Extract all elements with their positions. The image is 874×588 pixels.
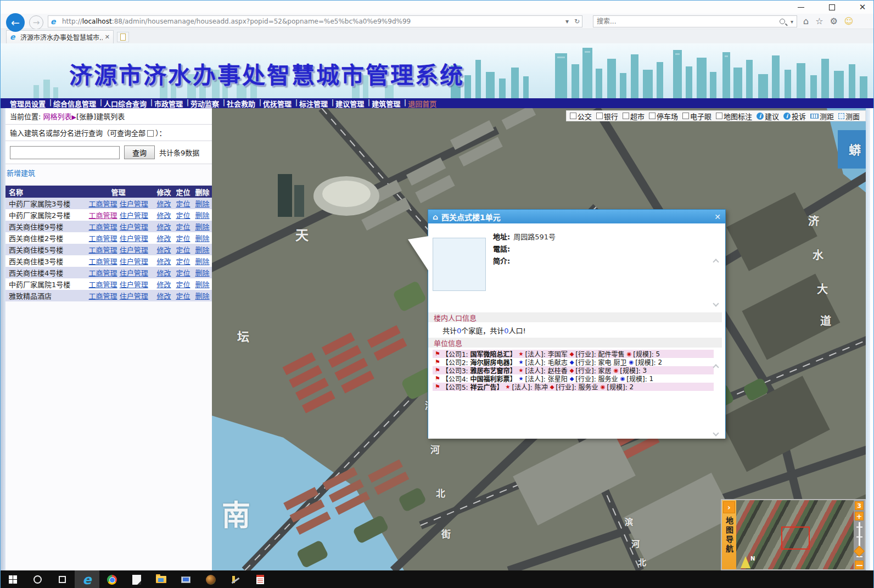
taskbar-media-button[interactable] xyxy=(198,570,223,588)
taskbar-cad-button[interactable] xyxy=(223,570,248,588)
delete-link[interactable]: 删除 xyxy=(195,257,209,266)
query-button[interactable]: 查询 xyxy=(124,145,155,159)
edit-link[interactable]: 修改 xyxy=(156,211,171,220)
business-mgmt-link[interactable]: 工商管理 xyxy=(89,246,117,254)
nav-item-admin-settings[interactable]: 管理员设置 xyxy=(6,98,49,109)
company-list-scrollbar[interactable] xyxy=(712,365,720,435)
minimap-viewport-rect[interactable] xyxy=(781,527,810,550)
forward-button[interactable]: → xyxy=(29,15,43,30)
checkbox-icon[interactable] xyxy=(596,113,603,119)
edit-link[interactable]: 修改 xyxy=(156,223,171,231)
edit-link[interactable]: 修改 xyxy=(156,281,171,289)
edit-link[interactable]: 修改 xyxy=(156,292,171,300)
zoom-in-button[interactable]: + xyxy=(855,512,864,520)
layer-checkbox-parking[interactable]: 停车场 xyxy=(649,111,678,121)
task-view-button[interactable] xyxy=(50,570,75,588)
delete-link[interactable]: 删除 xyxy=(195,223,209,231)
query-all-checkbox[interactable] xyxy=(147,130,154,137)
checkbox-icon[interactable] xyxy=(623,113,629,119)
nav-item-labor[interactable]: 劳动监察 xyxy=(187,98,223,109)
nav-item-building[interactable]: 建筑管理 xyxy=(368,98,404,109)
minimap-thumbnail[interactable]: N xyxy=(736,500,854,569)
locate-link[interactable]: 定位 xyxy=(176,223,190,231)
zoom-slider-knob[interactable] xyxy=(854,546,865,557)
resident-mgmt-link[interactable]: 住户管理 xyxy=(120,246,148,254)
delete-link[interactable]: 删除 xyxy=(195,292,209,300)
delete-link[interactable]: 删除 xyxy=(195,211,209,220)
business-mgmt-link[interactable]: 工商管理 xyxy=(89,269,117,277)
business-mgmt-link[interactable]: 工商管理 xyxy=(89,211,117,220)
business-mgmt-link[interactable]: 工商管理 xyxy=(89,234,117,243)
delete-link[interactable]: 删除 xyxy=(195,200,209,208)
edit-link[interactable]: 修改 xyxy=(156,257,171,266)
minimap-collapse-button[interactable]: › xyxy=(723,501,735,513)
browser-tab[interactable]: e 济源市济水办事处智慧城市... ✕ xyxy=(6,30,114,43)
scroll-down-icon[interactable] xyxy=(713,300,719,306)
search-dropdown-icon[interactable]: ▾ xyxy=(791,19,793,25)
locate-link[interactable]: 定位 xyxy=(176,292,190,300)
resident-mgmt-link[interactable]: 住户管理 xyxy=(120,223,148,231)
back-button[interactable]: ← xyxy=(6,13,25,32)
taskbar-ie-button[interactable]: e xyxy=(75,570,99,588)
nav-item-veteran-care[interactable]: 优抚管理 xyxy=(259,98,295,109)
address-bar[interactable]: e http://localhost:88/admin/housemanage/… xyxy=(48,15,582,27)
checkbox-icon[interactable] xyxy=(682,113,689,119)
taskbar-explorer-button[interactable] xyxy=(149,570,173,588)
scroll-up-icon[interactable] xyxy=(713,259,719,265)
layer-checkbox-supermarket[interactable]: 超市 xyxy=(623,111,645,121)
business-mgmt-link[interactable]: 工商管理 xyxy=(89,200,117,208)
favorites-icon[interactable]: ☆ xyxy=(815,16,823,26)
breadcrumb-grid-link[interactable]: 网格列表 xyxy=(43,113,72,121)
business-mgmt-link[interactable]: 工商管理 xyxy=(89,292,117,300)
delete-link[interactable]: 删除 xyxy=(195,281,209,289)
resident-mgmt-link[interactable]: 住户管理 xyxy=(120,281,148,289)
new-tab-button[interactable] xyxy=(117,32,129,42)
nav-item-municipal[interactable]: 市政管理 xyxy=(150,98,187,109)
search-icon[interactable] xyxy=(780,19,785,24)
start-button[interactable] xyxy=(1,570,25,588)
checkbox-icon[interactable] xyxy=(570,113,576,119)
settings-gear-icon[interactable]: ⚙ xyxy=(830,16,838,26)
popup-close-icon[interactable]: ✕ xyxy=(714,212,721,221)
delete-link[interactable]: 删除 xyxy=(195,246,209,254)
scroll-up-icon[interactable] xyxy=(713,364,719,370)
locate-link[interactable]: 定位 xyxy=(176,246,190,254)
resident-mgmt-link[interactable]: 住户管理 xyxy=(120,211,148,220)
locate-link[interactable]: 定位 xyxy=(176,211,190,220)
building-name-input[interactable] xyxy=(10,146,120,159)
checkbox-icon[interactable] xyxy=(716,113,722,119)
window-minimize-button[interactable] xyxy=(793,2,809,13)
measure-area-tool[interactable]: 测面 xyxy=(838,111,860,121)
layer-checkbox-camera[interactable]: 电子眼 xyxy=(682,111,711,121)
taskbar-document-button[interactable] xyxy=(248,570,272,588)
layer-checkbox-bus[interactable]: 公交 xyxy=(570,111,592,121)
nav-item-social-aid[interactable]: 社会救助 xyxy=(223,98,259,109)
home-icon[interactable]: ⌂ xyxy=(803,16,809,26)
edit-link[interactable]: 修改 xyxy=(156,246,171,254)
resident-mgmt-link[interactable]: 住户管理 xyxy=(120,200,148,208)
locate-link[interactable]: 定位 xyxy=(176,200,190,208)
business-mgmt-link[interactable]: 工商管理 xyxy=(89,257,117,266)
locate-link[interactable]: 定位 xyxy=(176,234,190,243)
tab-close-icon[interactable]: ✕ xyxy=(105,33,110,41)
zoom-slider-track[interactable] xyxy=(859,522,860,557)
delete-link[interactable]: 删除 xyxy=(195,269,209,277)
suggest-tool[interactable]: i建议 xyxy=(757,111,779,121)
measure-distance-tool[interactable]: 测距 xyxy=(810,111,834,121)
resident-mgmt-link[interactable]: 住户管理 xyxy=(120,269,148,277)
layer-checkbox-annotation[interactable]: 地图标注 xyxy=(716,111,752,121)
resident-mgmt-link[interactable]: 住户管理 xyxy=(120,292,148,300)
locate-link[interactable]: 定位 xyxy=(176,269,190,277)
scroll-down-icon[interactable] xyxy=(713,430,719,436)
locate-link[interactable]: 定位 xyxy=(176,281,190,289)
business-mgmt-link[interactable]: 工商管理 xyxy=(89,223,117,231)
business-mgmt-link[interactable]: 工商管理 xyxy=(89,281,117,289)
taskbar-computer-button[interactable] xyxy=(173,570,198,588)
delete-link[interactable]: 删除 xyxy=(195,234,209,243)
nav-item-info-management[interactable]: 综合信息管理 xyxy=(49,98,100,109)
search-bar[interactable]: ▾ xyxy=(593,15,797,27)
add-building-link[interactable]: 新增建筑 xyxy=(7,169,35,177)
intro-scrollbar[interactable] xyxy=(712,260,720,306)
resident-mgmt-link[interactable]: 住户管理 xyxy=(120,234,148,243)
edit-link[interactable]: 修改 xyxy=(156,234,171,243)
